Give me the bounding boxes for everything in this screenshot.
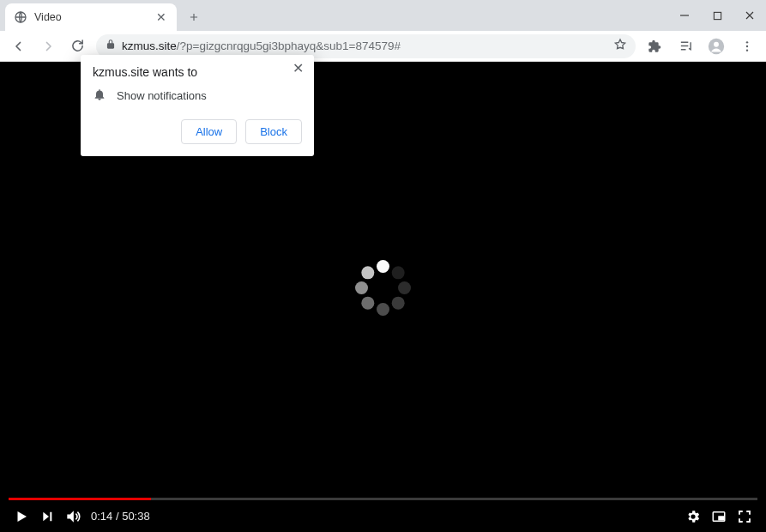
star-icon[interactable] xyxy=(613,38,627,55)
toolbar-right xyxy=(641,33,761,60)
window-controls xyxy=(668,0,766,31)
volume-button[interactable] xyxy=(60,504,86,529)
url-text: kzmus.site/?p=gizgcnrqgu5gi3bphayq&sub1=… xyxy=(122,39,401,52)
globe-icon xyxy=(14,10,27,24)
spinner-dot xyxy=(392,266,405,279)
allow-button[interactable]: Allow xyxy=(181,119,237,144)
svg-point-4 xyxy=(714,41,719,46)
loading-spinner xyxy=(353,257,413,317)
forward-button[interactable] xyxy=(34,33,62,60)
dialog-prompt: Show notifications xyxy=(117,89,207,102)
svg-rect-9 xyxy=(719,517,723,520)
spinner-dot xyxy=(361,296,374,309)
dialog-heading: kzmus.site wants to xyxy=(93,65,302,79)
bell-icon xyxy=(93,88,106,104)
spinner-dot xyxy=(377,303,389,316)
profile-avatar-icon[interactable] xyxy=(703,33,730,60)
reading-list-icon[interactable] xyxy=(672,33,699,60)
spinner-dot xyxy=(398,281,411,294)
tab-close-icon[interactable]: ✕ xyxy=(154,10,168,24)
next-button[interactable] xyxy=(34,504,60,529)
spinner-dot xyxy=(377,260,389,273)
tab-title: Video xyxy=(34,11,148,23)
tab-strip: Video ✕ xyxy=(0,0,766,31)
browser-tab[interactable]: Video ✕ xyxy=(5,3,177,31)
settings-gear-icon[interactable] xyxy=(680,504,706,529)
lock-icon xyxy=(105,39,117,54)
dialog-close-icon[interactable]: ✕ xyxy=(287,58,309,78)
new-tab-button[interactable] xyxy=(182,5,206,29)
kebab-menu-icon[interactable] xyxy=(733,33,761,60)
block-button[interactable]: Block xyxy=(245,119,302,144)
spinner-dot xyxy=(392,296,405,309)
notification-permission-dialog: ✕ kzmus.site wants to Show notifications… xyxy=(81,55,314,156)
video-controls: 0:14 / 50:38 xyxy=(0,500,766,532)
window-minimize-button[interactable] xyxy=(668,0,701,31)
extensions-icon[interactable] xyxy=(641,33,668,60)
svg-point-7 xyxy=(746,49,748,51)
timecode: 0:14 / 50:38 xyxy=(91,510,150,523)
window-close-button[interactable] xyxy=(733,0,766,31)
miniplayer-icon[interactable] xyxy=(706,504,732,529)
back-button[interactable] xyxy=(5,33,33,60)
window-maximize-button[interactable] xyxy=(701,0,733,31)
svg-point-6 xyxy=(746,45,748,46)
play-button[interactable] xyxy=(9,504,34,529)
svg-point-5 xyxy=(746,41,748,43)
spinner-dot xyxy=(355,281,368,294)
fullscreen-icon[interactable] xyxy=(732,504,757,529)
spinner-dot xyxy=(361,266,374,279)
svg-rect-2 xyxy=(714,12,721,19)
